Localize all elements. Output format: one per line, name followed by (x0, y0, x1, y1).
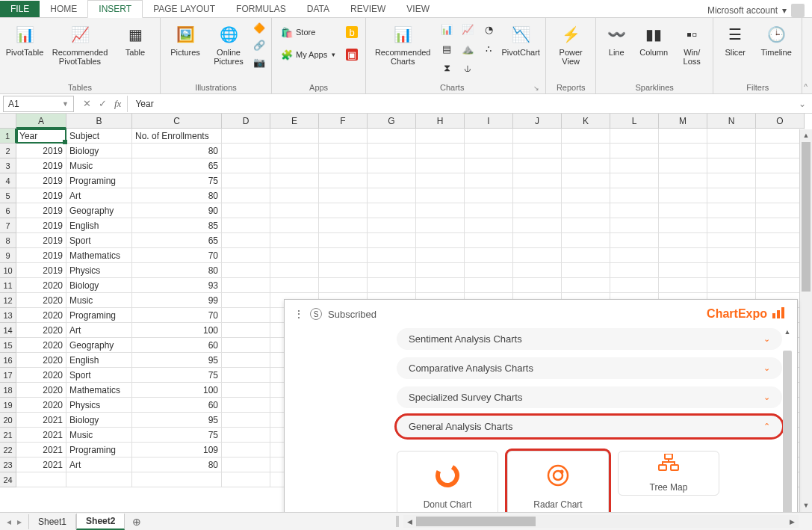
power-view-button[interactable]: ⚡Power View (551, 21, 591, 67)
scroll-left-button[interactable]: ◀ (403, 518, 416, 526)
row-header[interactable]: 11 (0, 278, 16, 293)
cell[interactable]: 2019 (16, 218, 66, 233)
tab-formulas[interactable]: FORMULAS (226, 1, 297, 17)
cell[interactable]: 2019 (16, 203, 66, 218)
cell[interactable] (513, 129, 562, 144)
column-header[interactable]: N (707, 114, 756, 129)
cell[interactable]: Geography (66, 338, 132, 353)
cell[interactable] (222, 398, 270, 413)
row-header[interactable]: 13 (0, 308, 16, 323)
column-header[interactable]: L (610, 114, 659, 129)
cancel-formula-button[interactable]: ✕ (83, 98, 91, 109)
tile-tree-map[interactable]: Tree Map (618, 451, 719, 496)
cell[interactable] (707, 248, 756, 263)
bar-chart-button[interactable]: 📊 (439, 22, 454, 36)
cell[interactable] (513, 173, 562, 188)
pivotchart-button[interactable]: 📉PivotChart (500, 21, 541, 58)
cell[interactable] (465, 129, 513, 144)
cell[interactable]: 75 (132, 428, 222, 443)
scroll-up-button[interactable]: ▲ (800, 129, 812, 142)
cell[interactable] (513, 263, 562, 278)
tab-insert[interactable]: INSERT (87, 0, 143, 18)
cell[interactable] (368, 173, 416, 188)
sparkline-column-button[interactable]: ▮▮Column (635, 21, 672, 58)
area-chart-button[interactable]: ⛰️ (460, 42, 475, 55)
cell[interactable] (465, 144, 513, 158)
pane-menu-icon[interactable]: ⋮ (294, 308, 304, 320)
row-header[interactable]: 17 (0, 368, 16, 383)
cell[interactable] (319, 233, 368, 248)
cell[interactable] (222, 263, 270, 278)
cell[interactable]: 2019 (16, 173, 66, 188)
row-header[interactable]: 18 (0, 383, 16, 398)
charts-dialog-launcher[interactable]: ↘ (533, 84, 541, 93)
cell[interactable] (659, 158, 707, 173)
cell[interactable] (513, 233, 562, 248)
cell[interactable] (416, 248, 465, 263)
scroll-down-button[interactable]: ▼ (800, 499, 812, 512)
cell[interactable] (368, 129, 416, 144)
scroll-up-button[interactable]: ▲ (782, 328, 793, 340)
cell[interactable] (513, 188, 562, 203)
cell[interactable]: Programing (66, 308, 132, 323)
cell[interactable] (707, 129, 756, 144)
cell[interactable] (270, 129, 319, 144)
row-header[interactable]: 9 (0, 248, 16, 263)
cell[interactable]: 70 (132, 248, 222, 263)
cell[interactable] (319, 144, 368, 158)
category-survey[interactable]: Specialized Survey Charts⌄ (397, 386, 782, 408)
row-header[interactable]: 20 (0, 413, 16, 428)
cell[interactable]: Geography (66, 203, 132, 218)
cell[interactable] (707, 278, 756, 293)
bing-maps-button[interactable]: b (344, 25, 359, 39)
cell[interactable] (707, 173, 756, 188)
cell[interactable] (756, 158, 805, 173)
cell[interactable] (270, 158, 319, 173)
tile-radar-chart[interactable]: Radar Chart (507, 451, 609, 512)
cell[interactable]: Programing (66, 443, 132, 457)
cell[interactable] (222, 338, 270, 353)
people-graph-button[interactable]: ▣ (344, 48, 359, 61)
sheet-nav-last[interactable]: ▸ (15, 517, 24, 527)
cell[interactable] (222, 129, 270, 144)
cell[interactable]: 2020 (16, 398, 66, 413)
cell[interactable] (465, 233, 513, 248)
cell[interactable] (66, 472, 132, 487)
cell[interactable] (222, 203, 270, 218)
cell[interactable]: 2021 (16, 413, 66, 428)
row-header[interactable]: 6 (0, 203, 16, 218)
column-header[interactable]: E (270, 114, 319, 129)
cell[interactable] (707, 218, 756, 233)
cell[interactable] (416, 263, 465, 278)
cell[interactable] (562, 248, 610, 263)
sheet-tab-sheet1[interactable]: Sheet1 (28, 514, 76, 529)
cell[interactable]: 99 (132, 293, 222, 308)
cell[interactable]: 2020 (16, 323, 66, 338)
cell[interactable] (562, 263, 610, 278)
cell[interactable] (513, 218, 562, 233)
cell[interactable]: Mathematics (66, 383, 132, 398)
row-header[interactable]: 4 (0, 173, 16, 188)
cell[interactable] (319, 173, 368, 188)
row-header[interactable]: 23 (0, 457, 16, 472)
cell[interactable] (465, 218, 513, 233)
cell[interactable] (659, 278, 707, 293)
cell[interactable]: 60 (132, 338, 222, 353)
cell[interactable]: 93 (132, 278, 222, 293)
sparkline-winloss-button[interactable]: ▪▫Win/ Loss (675, 21, 708, 67)
pictures-button[interactable]: 🖼️Pictures (165, 21, 205, 58)
cell[interactable] (222, 368, 270, 383)
cell[interactable] (465, 158, 513, 173)
cell[interactable]: 100 (132, 323, 222, 338)
cell[interactable] (465, 203, 513, 218)
cell[interactable] (756, 233, 805, 248)
cell[interactable] (562, 129, 610, 144)
cell[interactable]: Mathematics (66, 248, 132, 263)
cell[interactable] (756, 218, 805, 233)
column-header[interactable]: M (659, 114, 707, 129)
smartart-button[interactable]: 🔗 (252, 38, 267, 52)
cell[interactable] (707, 158, 756, 173)
cell[interactable]: Biology (66, 144, 132, 158)
cell[interactable] (222, 457, 270, 472)
cell[interactable] (659, 129, 707, 144)
